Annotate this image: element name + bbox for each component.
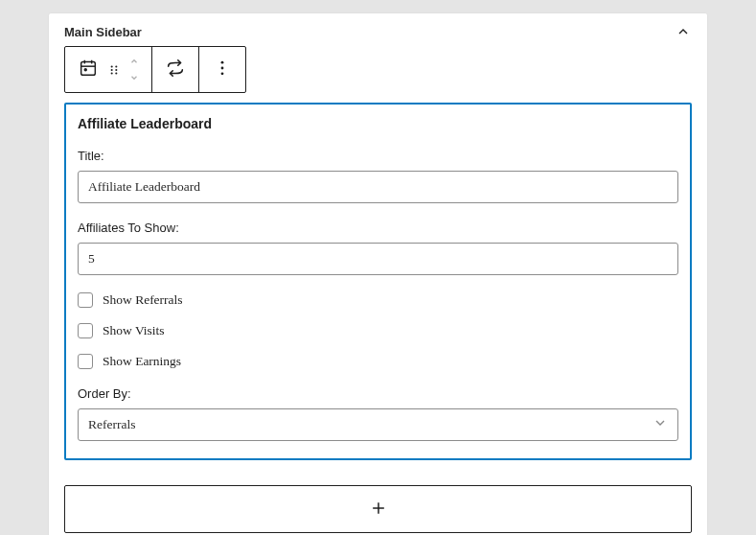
count-label: Affiliates To Show:: [78, 221, 678, 235]
calendar-icon: [78, 58, 99, 81]
show-visits-label: Show Visits: [103, 323, 165, 338]
show-referrals-row: Show Referrals: [78, 292, 678, 308]
chevron-up-icon[interactable]: [675, 23, 692, 40]
transform-arrow-icon: [165, 58, 186, 81]
title-label: Title:: [78, 149, 678, 163]
block-type-button[interactable]: [73, 48, 103, 92]
chevron-down-icon: [128, 73, 140, 82]
show-referrals-checkbox[interactable]: [78, 292, 93, 308]
svg-point-6: [115, 65, 117, 67]
order-by-select[interactable]: Referrals: [78, 408, 678, 441]
more-vertical-icon: [213, 58, 232, 81]
transform-button[interactable]: [160, 48, 191, 92]
panel-header[interactable]: Main Sidebar: [64, 13, 692, 46]
show-earnings-row: Show Earnings: [78, 354, 678, 369]
svg-point-11: [221, 61, 224, 64]
toolbar-group-options: [198, 47, 245, 92]
svg-point-13: [221, 72, 224, 75]
show-visits-row: Show Visits: [78, 323, 678, 338]
order-by-label: Order By:: [78, 386, 678, 401]
svg-point-5: [111, 65, 113, 67]
widget-area-panel: Main Sidebar: [48, 12, 708, 535]
plus-icon: [369, 499, 388, 521]
svg-point-9: [111, 72, 113, 74]
svg-rect-0: [81, 62, 96, 76]
svg-point-10: [115, 72, 117, 74]
order-by-value: Referrals: [88, 417, 135, 432]
toolbar-group-transform: [151, 47, 198, 92]
svg-point-7: [111, 68, 113, 70]
svg-point-12: [221, 67, 224, 70]
svg-point-4: [84, 69, 86, 71]
show-earnings-label: Show Earnings: [103, 354, 181, 369]
widget-title: Affiliate Leaderboard: [78, 116, 678, 131]
move-up-button[interactable]: [128, 55, 140, 69]
toolbar-group-type: [65, 47, 151, 92]
chevron-up-icon: [128, 57, 140, 66]
move-down-button[interactable]: [128, 71, 140, 85]
widget-block-selected: Affiliate Leaderboard Title: Affiliates …: [64, 103, 692, 460]
drag-handle-icon[interactable]: [103, 48, 125, 92]
chevron-down-icon: [653, 415, 668, 434]
add-block-button[interactable]: [64, 485, 692, 533]
panel-title: Main Sidebar: [64, 25, 142, 39]
count-input[interactable]: [78, 243, 678, 275]
svg-point-8: [115, 68, 117, 70]
show-referrals-label: Show Referrals: [103, 292, 183, 308]
block-toolbar: [64, 46, 246, 93]
show-visits-checkbox[interactable]: [78, 323, 93, 338]
options-button[interactable]: [207, 48, 238, 92]
show-earnings-checkbox[interactable]: [78, 354, 93, 369]
mover-buttons: [125, 55, 144, 85]
title-input[interactable]: [78, 171, 678, 203]
